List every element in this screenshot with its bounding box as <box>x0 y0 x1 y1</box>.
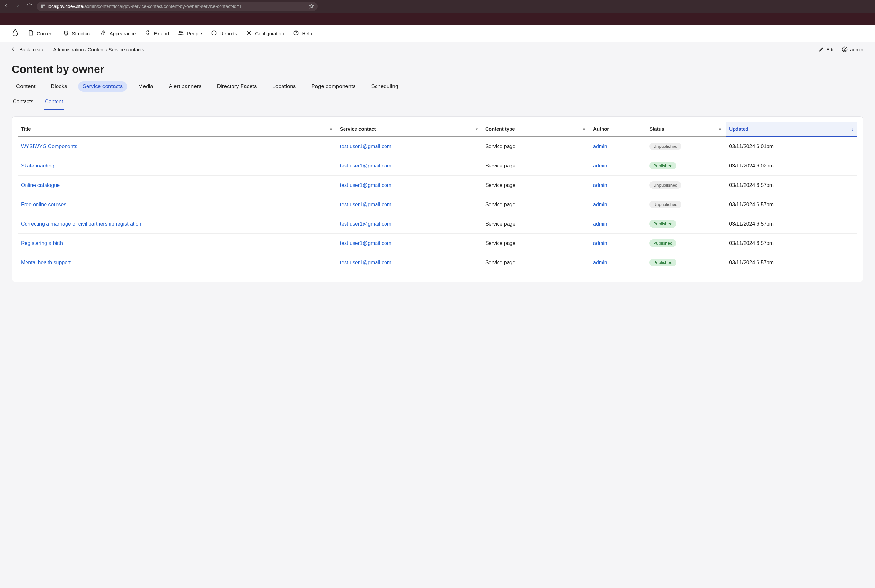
toolbar-item-extend[interactable]: Extend <box>145 30 169 37</box>
updated-cell: 03/11/2024 6:57pm <box>726 253 857 272</box>
toolbar-item-structure[interactable]: Structure <box>63 30 92 37</box>
browser-tab-strip <box>0 13 875 25</box>
tab-locations[interactable]: Locations <box>268 81 301 92</box>
table-row: Skateboardingtest.user1@gmail.comService… <box>18 156 857 176</box>
title-link[interactable]: WYSIWYG Components <box>21 144 77 149</box>
svg-rect-1 <box>43 4 45 6</box>
back-to-site-label: Back to site <box>20 47 45 52</box>
column-header-title[interactable]: Title <box>18 122 337 136</box>
toolbar-label: Reports <box>220 31 237 36</box>
title-link[interactable]: Free online courses <box>21 202 66 207</box>
page-title: Content by owner <box>0 57 875 78</box>
contact-link[interactable]: test.user1@gmail.com <box>340 144 391 149</box>
title-link[interactable]: Correcting a marriage or civil partnersh… <box>21 221 141 226</box>
svg-rect-2 <box>41 6 43 8</box>
column-header-author[interactable]: Author <box>590 122 646 136</box>
back-icon[interactable] <box>3 3 9 10</box>
tab-alert-banners[interactable]: Alert banners <box>164 81 206 92</box>
toolbar-item-reports[interactable]: Reports <box>211 30 237 37</box>
author-link[interactable]: admin <box>593 202 607 207</box>
contact-link[interactable]: test.user1@gmail.com <box>340 163 391 168</box>
pencil-icon <box>818 47 824 52</box>
column-header-updated[interactable]: Updated↓ <box>726 122 857 136</box>
author-link[interactable]: admin <box>593 163 607 168</box>
svg-point-4 <box>103 32 104 32</box>
toolbar-label: Extend <box>154 31 169 36</box>
drupal-logo-icon[interactable] <box>12 28 19 38</box>
contact-link[interactable]: test.user1@gmail.com <box>340 202 391 207</box>
sort-icon <box>583 126 587 132</box>
sort-icon <box>330 126 334 132</box>
toolbar-item-appearance[interactable]: Appearance <box>101 30 135 37</box>
tab-directory-facets[interactable]: Directory Facets <box>212 81 262 92</box>
author-link[interactable]: admin <box>593 240 607 246</box>
user-icon <box>842 46 848 52</box>
title-link[interactable]: Registering a birth <box>21 240 63 246</box>
user-menu[interactable]: admin <box>842 46 863 52</box>
breadcrumb-item[interactable]: Content <box>88 47 105 52</box>
toolbar-label: Appearance <box>110 31 135 36</box>
author-link[interactable]: admin <box>593 221 607 226</box>
status-badge: Unpublished <box>649 142 681 150</box>
contact-link[interactable]: test.user1@gmail.com <box>340 182 391 188</box>
subtab-content[interactable]: Content <box>44 96 64 110</box>
author-link[interactable]: admin <box>593 144 607 149</box>
table-row: WYSIWYG Componentstest.user1@gmail.comSe… <box>18 136 857 156</box>
svg-rect-0 <box>41 4 43 6</box>
column-label: Status <box>649 126 664 132</box>
title-link[interactable]: Online catalogue <box>21 182 60 188</box>
chart-icon <box>211 30 217 37</box>
content-type-cell: Service page <box>482 253 590 272</box>
title-link[interactable]: Skateboarding <box>21 163 54 168</box>
svg-point-10 <box>296 34 296 34</box>
address-bar[interactable]: localgov.ddev.site/admin/content/localgo… <box>37 2 318 11</box>
toolbar-item-configuration[interactable]: Configuration <box>246 30 284 37</box>
table-row: Correcting a marriage or civil partnersh… <box>18 214 857 234</box>
tab-media[interactable]: Media <box>134 81 158 92</box>
column-header-content-type[interactable]: Content type <box>482 122 590 136</box>
column-header-status[interactable]: Status <box>646 122 726 136</box>
subtab-contacts[interactable]: Contacts <box>12 96 35 110</box>
svg-point-12 <box>844 48 846 50</box>
status-badge: Published <box>649 220 676 228</box>
tab-service-contacts[interactable]: Service contacts <box>78 81 128 92</box>
tab-content[interactable]: Content <box>12 81 40 92</box>
site-info-icon[interactable] <box>41 4 45 9</box>
toolbar-item-content[interactable]: Content <box>28 30 54 37</box>
author-link[interactable]: admin <box>593 182 607 188</box>
toolbar-item-help[interactable]: Help <box>293 30 312 37</box>
breadcrumb-item[interactable]: Service contacts <box>108 47 144 52</box>
reload-icon[interactable] <box>27 3 32 10</box>
breadcrumb-item[interactable]: Administration <box>53 47 84 52</box>
contact-link[interactable]: test.user1@gmail.com <box>340 260 391 265</box>
contact-link[interactable]: test.user1@gmail.com <box>340 221 391 226</box>
toolbar-label: Content <box>37 31 54 36</box>
admin-toolbar: ContentStructureAppearanceExtendPeopleRe… <box>0 25 875 42</box>
tab-blocks[interactable]: Blocks <box>47 81 72 92</box>
svg-marker-3 <box>309 4 313 8</box>
edit-action[interactable]: Edit <box>818 47 834 52</box>
layers-icon <box>63 30 69 37</box>
author-link[interactable]: admin <box>593 260 607 265</box>
forward-icon[interactable] <box>15 3 21 10</box>
breadcrumb-separator: / <box>85 47 87 52</box>
people-icon <box>178 30 184 37</box>
updated-cell: 03/11/2024 6:57pm <box>726 176 857 195</box>
back-to-site-link[interactable]: Back to site <box>12 47 50 52</box>
toolbar-item-people[interactable]: People <box>178 30 202 37</box>
tab-page-components[interactable]: Page components <box>307 81 360 92</box>
toolbar-label: Configuration <box>255 31 284 36</box>
contact-link[interactable]: test.user1@gmail.com <box>340 240 391 246</box>
sort-descending-icon: ↓ <box>852 126 854 132</box>
bookmark-star-icon[interactable] <box>309 3 314 10</box>
svg-point-8 <box>248 32 250 34</box>
help-icon <box>293 30 299 37</box>
column-header-service-contact[interactable]: Service contact <box>337 122 482 136</box>
tab-scheduling[interactable]: Scheduling <box>367 81 403 92</box>
title-link[interactable]: Mental health support <box>21 260 71 265</box>
content-type-cell: Service page <box>482 156 590 176</box>
updated-cell: 03/11/2024 6:02pm <box>726 156 857 176</box>
updated-cell: 03/11/2024 6:57pm <box>726 234 857 253</box>
status-badge: Published <box>649 240 676 247</box>
pen-icon <box>101 30 106 37</box>
